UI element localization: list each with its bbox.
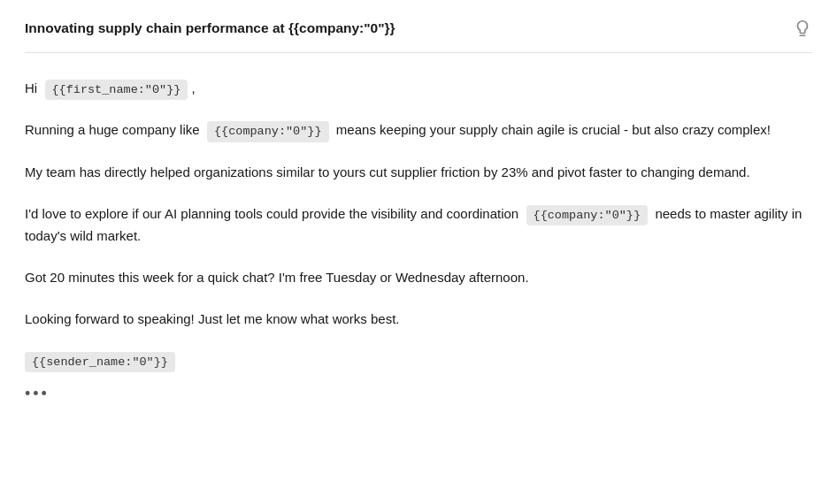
paragraph1-prefix: Running a huge company like (25, 122, 200, 137)
paragraph-3: I'd love to explore if our AI planning t… (25, 203, 812, 248)
dots: ••• (25, 381, 812, 407)
email-container: Innovating supply chain performance at {… (0, 0, 837, 424)
first-name-tag: {{first_name:"0"}} (45, 80, 188, 101)
paragraph4-text: Got 20 minutes this week for a quick cha… (25, 270, 529, 285)
greeting-paragraph: Hi {{first_name:"0"}} , (25, 78, 812, 101)
greeting-hi: Hi (25, 80, 37, 95)
email-title: Innovating supply chain performance at {… (25, 18, 395, 40)
sender-tag-container: {{sender_name:"0"}} (25, 350, 812, 373)
company-tag-1: {{company:"0"}} (207, 121, 329, 142)
email-header: Innovating supply chain performance at {… (25, 18, 812, 53)
paragraph3-prefix: I'd love to explore if our AI planning t… (25, 206, 518, 221)
greeting-comma: , (192, 80, 196, 95)
paragraph-4: Got 20 minutes this week for a quick cha… (25, 267, 812, 289)
email-body: Hi {{first_name:"0"}} , Running a huge c… (25, 78, 812, 407)
company-tag-2: {{company:"0"}} (526, 205, 649, 226)
paragraph5-text: Looking forward to speaking! Just let me… (25, 311, 400, 326)
paragraph-1: Running a huge company like {{company:"0… (25, 119, 812, 142)
paragraph-5: Looking forward to speaking! Just let me… (25, 309, 812, 331)
paragraph-2: My team has directly helped organization… (25, 162, 812, 184)
sender-name-tag: {{sender_name:"0"}} (25, 352, 175, 373)
lightbulb-icon (793, 19, 812, 38)
paragraph1-suffix: means keeping your supply chain agile is… (336, 122, 771, 137)
paragraph2-text: My team has directly helped organization… (25, 164, 750, 179)
